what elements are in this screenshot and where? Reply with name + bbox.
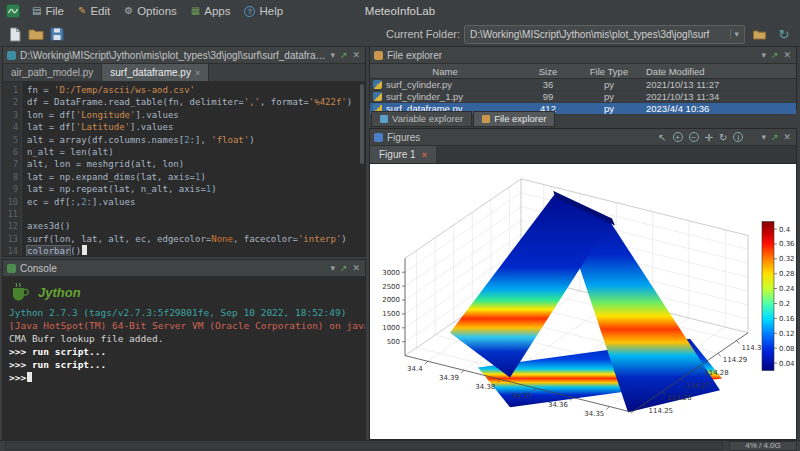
line-number: 4 bbox=[3, 121, 18, 133]
figure-canvas[interactable]: 34.434.3934.3834.3734.3634.35114.25114.2… bbox=[370, 164, 796, 439]
refresh-folder-icon[interactable]: ↻ bbox=[774, 24, 794, 44]
code-line-9[interactable]: lat = np.repeat(lat, n_alt, axis=1) bbox=[27, 183, 365, 195]
code-line-2[interactable]: df = DataFrame.read_table(fn, delimiter=… bbox=[27, 96, 365, 108]
code-line-4[interactable]: lat = df['Latitude'].values bbox=[27, 121, 365, 133]
editor-float-icon[interactable]: ↗ bbox=[340, 50, 348, 60]
svg-text:2500: 2500 bbox=[382, 283, 400, 291]
console-title: Console bbox=[20, 263, 57, 274]
save-script-button[interactable] bbox=[47, 24, 67, 44]
zoom-in-icon[interactable]: + bbox=[673, 132, 683, 142]
figures-close-icon[interactable]: ✕ bbox=[783, 132, 791, 142]
column-header-date[interactable]: Date Modified bbox=[642, 66, 796, 77]
svg-text:0.2: 0.2 bbox=[779, 300, 790, 308]
menu-bar-container: ▤File✎Edit⚙Options▦Apps?Help MeteoInfoLa… bbox=[0, 0, 800, 23]
tab-surf-dataframe[interactable]: surf_dataframe.py × bbox=[102, 64, 209, 81]
console-float-icon[interactable]: ↗ bbox=[340, 263, 348, 273]
apps-menu-icon: ▦ bbox=[191, 6, 200, 16]
console-collapse-icon[interactable]: ▾ bbox=[330, 263, 335, 273]
tab-variable-explorer[interactable]: Variable explorer bbox=[371, 111, 472, 127]
identify-icon[interactable]: i bbox=[733, 132, 743, 142]
python-file-icon bbox=[373, 80, 382, 89]
svg-text:34.39: 34.39 bbox=[439, 374, 459, 382]
line-number: 6 bbox=[3, 146, 18, 158]
jython-logo-text: Jython bbox=[38, 285, 81, 300]
column-header-size[interactable]: Size bbox=[520, 66, 576, 77]
figure-area[interactable]: 34.434.3934.3834.3734.3634.35114.25114.2… bbox=[370, 164, 796, 439]
browse-folder-button[interactable] bbox=[749, 24, 769, 44]
file-row[interactable]: surf_cylinder.py36py2021/10/13 11:27 bbox=[370, 79, 796, 91]
column-header-type[interactable]: File Type bbox=[576, 66, 642, 77]
select-icon[interactable]: ↖ bbox=[658, 132, 666, 143]
zoom-out-icon[interactable]: − bbox=[689, 132, 699, 142]
code-line-1[interactable]: fn = 'D:/Temp/ascii/ws-aod.csv' bbox=[27, 84, 365, 96]
script-file-icon bbox=[7, 51, 16, 60]
svg-text:114.27: 114.27 bbox=[686, 382, 710, 390]
menu-bar: ▤File✎Edit⚙Options▦Apps?Help bbox=[25, 0, 290, 22]
current-folder-combo[interactable]: D:\Working\MIScript\Jython\mis\plot_type… bbox=[464, 25, 745, 44]
tab-air-path-model[interactable]: air_path_model.py bbox=[3, 64, 102, 81]
explorer-close-icon[interactable]: ✕ bbox=[783, 50, 791, 60]
file-type-cell: py bbox=[576, 79, 642, 90]
console-output[interactable]: Jython 2.7.3 (tags/v2.7.3:5f29801fe, Sep… bbox=[9, 306, 359, 384]
tab-figure-1[interactable]: Figure 1 × bbox=[370, 146, 436, 163]
svg-text:34.35: 34.35 bbox=[584, 410, 604, 418]
editor-collapse-icon[interactable]: ▾ bbox=[330, 50, 335, 60]
console-line: >>> bbox=[9, 371, 359, 384]
code-line-11[interactable] bbox=[27, 208, 365, 220]
code-line-12[interactable]: axes3d() bbox=[27, 220, 365, 232]
console-body[interactable]: Jython Jython 2.7.3 (tags/v2.7.3:5f29801… bbox=[3, 277, 365, 439]
menu-label: Apps bbox=[204, 5, 230, 17]
svg-text:0.28: 0.28 bbox=[779, 270, 795, 278]
editor-scrollbar[interactable] bbox=[359, 82, 365, 256]
menu-help[interactable]: ?Help bbox=[237, 0, 290, 22]
console-line: Jython 2.7.3 (tags/v2.7.3:5f29801fe, Sep… bbox=[9, 306, 359, 319]
menu-apps[interactable]: ▦Apps bbox=[184, 0, 238, 22]
code-line-5[interactable]: alt = array(df.columns.names[2:], 'float… bbox=[27, 134, 365, 146]
colorbar bbox=[762, 222, 774, 371]
memory-indicator[interactable]: 4% / 4.0G bbox=[729, 441, 797, 451]
open-script-button[interactable] bbox=[26, 24, 46, 44]
tab-close-icon[interactable]: × bbox=[195, 68, 200, 78]
figure-tab-close-icon[interactable]: × bbox=[422, 150, 427, 160]
code-line-3[interactable]: lon = df['Longitude'].values bbox=[27, 109, 365, 121]
rotate-icon[interactable]: ↻ bbox=[719, 132, 727, 143]
svg-text:0.16: 0.16 bbox=[779, 315, 795, 323]
console-icon bbox=[7, 264, 16, 273]
new-script-button[interactable] bbox=[5, 24, 25, 44]
code-line-7[interactable]: alt, lon = meshgrid(alt, lon) bbox=[27, 158, 365, 170]
file-menu-icon: ▤ bbox=[32, 6, 41, 16]
file-modified-cell: 2021/10/13 11:34 bbox=[642, 91, 796, 102]
code-line-10[interactable]: ec = df[:,2:].values bbox=[27, 196, 365, 208]
column-header-name[interactable]: Name bbox=[370, 66, 520, 77]
file-size-cell: 36 bbox=[520, 79, 576, 90]
file-name-cell: surf_cylinder.py bbox=[370, 79, 520, 90]
code-line-6[interactable]: n_alt = len(alt) bbox=[27, 146, 365, 158]
explorer-float-icon[interactable]: ↗ bbox=[771, 50, 779, 60]
figures-title: Figures bbox=[387, 132, 420, 143]
svg-text:500: 500 bbox=[387, 338, 400, 346]
tab-file-explorer[interactable]: File explorer bbox=[473, 111, 555, 127]
line-number: 1 bbox=[3, 84, 18, 96]
combo-dropdown-icon[interactable]: ▾ bbox=[730, 29, 742, 39]
explorer-collapse-icon[interactable]: ▾ bbox=[761, 50, 766, 60]
menu-edit[interactable]: ✎Edit bbox=[71, 0, 117, 22]
menu-options[interactable]: ⚙Options bbox=[117, 0, 184, 22]
console-panel: Console ▾ ↗ ✕ Jython Jython 2.7.3 (tags/… bbox=[2, 259, 366, 440]
menu-file[interactable]: ▤File bbox=[25, 0, 71, 22]
scrollbar-thumb[interactable] bbox=[360, 84, 364, 164]
figures-float-icon[interactable]: ↗ bbox=[771, 132, 779, 142]
file-explorer-panel: File explorer ▾ ↗ ✕ NameSizeFile TypeDat… bbox=[369, 46, 797, 109]
jython-logo: Jython bbox=[9, 282, 359, 302]
editor-close-icon[interactable]: ✕ bbox=[352, 50, 360, 60]
file-table-header: NameSizeFile TypeDate Modified bbox=[370, 64, 796, 79]
editor-code[interactable]: fn = 'D:/Temp/ascii/ws-aod.csv'df = Data… bbox=[22, 82, 365, 256]
file-row[interactable]: surf_cylinder_1.py99py2021/10/13 11:34 bbox=[370, 91, 796, 103]
figure-tab-label: Figure 1 bbox=[379, 149, 416, 160]
console-close-icon[interactable]: ✕ bbox=[352, 263, 360, 273]
pan-icon[interactable]: ✛ bbox=[705, 132, 713, 143]
code-line-13[interactable]: surf(lon, lat, alt, ec, edgecolor=None, … bbox=[27, 233, 365, 245]
figures-collapse-icon[interactable]: ▾ bbox=[761, 132, 766, 142]
variable-explorer-icon bbox=[380, 115, 388, 123]
code-line-14[interactable]: colorbar() bbox=[27, 245, 365, 256]
code-line-8[interactable]: lat = np.expand_dims(lat, axis=1) bbox=[27, 171, 365, 183]
